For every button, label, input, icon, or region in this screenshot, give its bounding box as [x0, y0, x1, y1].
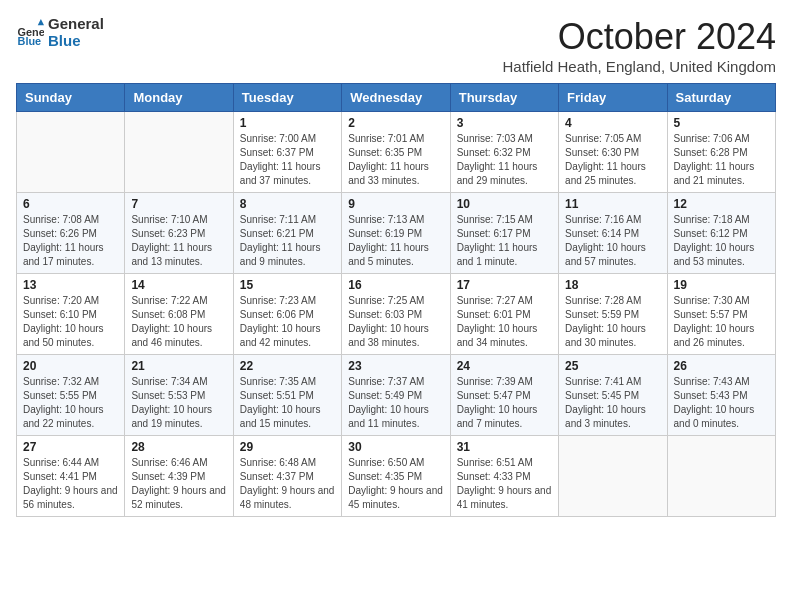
calendar-cell: 1Sunrise: 7:00 AMSunset: 6:37 PMDaylight…: [233, 112, 341, 193]
day-info: Sunrise: 7:30 AMSunset: 5:57 PMDaylight:…: [674, 294, 769, 350]
location: Hatfield Heath, England, United Kingdom: [502, 58, 776, 75]
day-number: 27: [23, 440, 118, 454]
calendar-cell: 10Sunrise: 7:15 AMSunset: 6:17 PMDayligh…: [450, 193, 558, 274]
day-number: 26: [674, 359, 769, 373]
calendar-cell: [17, 112, 125, 193]
day-info: Sunrise: 7:03 AMSunset: 6:32 PMDaylight:…: [457, 132, 552, 188]
day-number: 23: [348, 359, 443, 373]
day-header-friday: Friday: [559, 84, 667, 112]
day-number: 5: [674, 116, 769, 130]
day-header-thursday: Thursday: [450, 84, 558, 112]
calendar-cell: 15Sunrise: 7:23 AMSunset: 6:06 PMDayligh…: [233, 274, 341, 355]
day-number: 18: [565, 278, 660, 292]
calendar-cell: 17Sunrise: 7:27 AMSunset: 6:01 PMDayligh…: [450, 274, 558, 355]
calendar-header-row: SundayMondayTuesdayWednesdayThursdayFrid…: [17, 84, 776, 112]
day-info: Sunrise: 7:37 AMSunset: 5:49 PMDaylight:…: [348, 375, 443, 431]
calendar-week-2: 6Sunrise: 7:08 AMSunset: 6:26 PMDaylight…: [17, 193, 776, 274]
day-info: Sunrise: 7:10 AMSunset: 6:23 PMDaylight:…: [131, 213, 226, 269]
day-number: 14: [131, 278, 226, 292]
calendar-cell: 20Sunrise: 7:32 AMSunset: 5:55 PMDayligh…: [17, 355, 125, 436]
day-header-wednesday: Wednesday: [342, 84, 450, 112]
calendar-cell: 29Sunrise: 6:48 AMSunset: 4:37 PMDayligh…: [233, 436, 341, 517]
calendar-cell: 4Sunrise: 7:05 AMSunset: 6:30 PMDaylight…: [559, 112, 667, 193]
day-number: 7: [131, 197, 226, 211]
day-info: Sunrise: 7:06 AMSunset: 6:28 PMDaylight:…: [674, 132, 769, 188]
calendar-cell: 3Sunrise: 7:03 AMSunset: 6:32 PMDaylight…: [450, 112, 558, 193]
day-number: 24: [457, 359, 552, 373]
day-info: Sunrise: 7:11 AMSunset: 6:21 PMDaylight:…: [240, 213, 335, 269]
calendar-cell: 24Sunrise: 7:39 AMSunset: 5:47 PMDayligh…: [450, 355, 558, 436]
day-number: 22: [240, 359, 335, 373]
calendar-body: 1Sunrise: 7:00 AMSunset: 6:37 PMDaylight…: [17, 112, 776, 517]
day-info: Sunrise: 7:20 AMSunset: 6:10 PMDaylight:…: [23, 294, 118, 350]
day-number: 20: [23, 359, 118, 373]
day-info: Sunrise: 6:50 AMSunset: 4:35 PMDaylight:…: [348, 456, 443, 512]
day-number: 29: [240, 440, 335, 454]
calendar-cell: 18Sunrise: 7:28 AMSunset: 5:59 PMDayligh…: [559, 274, 667, 355]
svg-text:Blue: Blue: [18, 35, 42, 47]
page-header: General Blue General Blue October 2024 H…: [16, 16, 776, 75]
day-number: 11: [565, 197, 660, 211]
calendar-cell: [559, 436, 667, 517]
calendar-cell: 5Sunrise: 7:06 AMSunset: 6:28 PMDaylight…: [667, 112, 775, 193]
day-info: Sunrise: 7:34 AMSunset: 5:53 PMDaylight:…: [131, 375, 226, 431]
calendar-cell: 14Sunrise: 7:22 AMSunset: 6:08 PMDayligh…: [125, 274, 233, 355]
day-info: Sunrise: 7:05 AMSunset: 6:30 PMDaylight:…: [565, 132, 660, 188]
calendar-cell: 28Sunrise: 6:46 AMSunset: 4:39 PMDayligh…: [125, 436, 233, 517]
day-header-monday: Monday: [125, 84, 233, 112]
calendar-cell: 23Sunrise: 7:37 AMSunset: 5:49 PMDayligh…: [342, 355, 450, 436]
calendar-cell: 31Sunrise: 6:51 AMSunset: 4:33 PMDayligh…: [450, 436, 558, 517]
calendar-cell: 2Sunrise: 7:01 AMSunset: 6:35 PMDaylight…: [342, 112, 450, 193]
day-info: Sunrise: 6:44 AMSunset: 4:41 PMDaylight:…: [23, 456, 118, 512]
logo-icon: General Blue: [16, 19, 44, 47]
calendar-cell: 11Sunrise: 7:16 AMSunset: 6:14 PMDayligh…: [559, 193, 667, 274]
day-number: 12: [674, 197, 769, 211]
day-info: Sunrise: 7:27 AMSunset: 6:01 PMDaylight:…: [457, 294, 552, 350]
day-info: Sunrise: 6:46 AMSunset: 4:39 PMDaylight:…: [131, 456, 226, 512]
day-info: Sunrise: 6:51 AMSunset: 4:33 PMDaylight:…: [457, 456, 552, 512]
day-info: Sunrise: 7:43 AMSunset: 5:43 PMDaylight:…: [674, 375, 769, 431]
day-number: 13: [23, 278, 118, 292]
month-title: October 2024: [502, 16, 776, 58]
day-header-sunday: Sunday: [17, 84, 125, 112]
day-number: 10: [457, 197, 552, 211]
day-header-saturday: Saturday: [667, 84, 775, 112]
day-number: 9: [348, 197, 443, 211]
day-info: Sunrise: 7:00 AMSunset: 6:37 PMDaylight:…: [240, 132, 335, 188]
svg-marker-2: [38, 19, 44, 25]
day-info: Sunrise: 7:39 AMSunset: 5:47 PMDaylight:…: [457, 375, 552, 431]
calendar-cell: 26Sunrise: 7:43 AMSunset: 5:43 PMDayligh…: [667, 355, 775, 436]
day-info: Sunrise: 7:16 AMSunset: 6:14 PMDaylight:…: [565, 213, 660, 269]
calendar-cell: 21Sunrise: 7:34 AMSunset: 5:53 PMDayligh…: [125, 355, 233, 436]
day-number: 17: [457, 278, 552, 292]
day-number: 19: [674, 278, 769, 292]
day-number: 4: [565, 116, 660, 130]
calendar-cell: 13Sunrise: 7:20 AMSunset: 6:10 PMDayligh…: [17, 274, 125, 355]
day-number: 1: [240, 116, 335, 130]
day-number: 3: [457, 116, 552, 130]
calendar-cell: 16Sunrise: 7:25 AMSunset: 6:03 PMDayligh…: [342, 274, 450, 355]
calendar-week-4: 20Sunrise: 7:32 AMSunset: 5:55 PMDayligh…: [17, 355, 776, 436]
day-number: 16: [348, 278, 443, 292]
day-number: 15: [240, 278, 335, 292]
day-number: 8: [240, 197, 335, 211]
day-header-tuesday: Tuesday: [233, 84, 341, 112]
calendar-cell: 12Sunrise: 7:18 AMSunset: 6:12 PMDayligh…: [667, 193, 775, 274]
logo-blue: Blue: [48, 33, 104, 50]
day-info: Sunrise: 7:23 AMSunset: 6:06 PMDaylight:…: [240, 294, 335, 350]
day-info: Sunrise: 6:48 AMSunset: 4:37 PMDaylight:…: [240, 456, 335, 512]
day-info: Sunrise: 7:25 AMSunset: 6:03 PMDaylight:…: [348, 294, 443, 350]
calendar-cell: 25Sunrise: 7:41 AMSunset: 5:45 PMDayligh…: [559, 355, 667, 436]
day-number: 31: [457, 440, 552, 454]
calendar-cell: 9Sunrise: 7:13 AMSunset: 6:19 PMDaylight…: [342, 193, 450, 274]
day-number: 21: [131, 359, 226, 373]
day-info: Sunrise: 7:35 AMSunset: 5:51 PMDaylight:…: [240, 375, 335, 431]
calendar-table: SundayMondayTuesdayWednesdayThursdayFrid…: [16, 83, 776, 517]
calendar-cell: [667, 436, 775, 517]
day-info: Sunrise: 7:15 AMSunset: 6:17 PMDaylight:…: [457, 213, 552, 269]
day-info: Sunrise: 7:18 AMSunset: 6:12 PMDaylight:…: [674, 213, 769, 269]
title-block: October 2024 Hatfield Heath, England, Un…: [502, 16, 776, 75]
day-info: Sunrise: 7:22 AMSunset: 6:08 PMDaylight:…: [131, 294, 226, 350]
day-number: 25: [565, 359, 660, 373]
day-info: Sunrise: 7:01 AMSunset: 6:35 PMDaylight:…: [348, 132, 443, 188]
